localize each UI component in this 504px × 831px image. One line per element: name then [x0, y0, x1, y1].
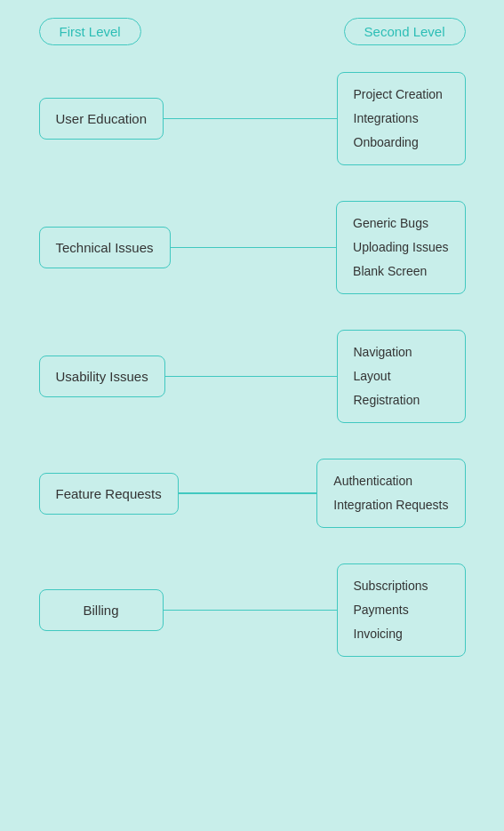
connector-billing [164, 610, 337, 611]
first-level-feature-requests: Feature Requests [39, 473, 179, 515]
header-row: First Level Second Level [21, 18, 484, 45]
second-level-item: Project Creation [354, 85, 449, 104]
second-level-usability-issues: NavigationLayoutRegistration [337, 330, 466, 423]
second-level-item: Authentication [333, 472, 448, 491]
second-level-item: Generic Bugs [353, 214, 448, 233]
second-level-item: Subscriptions [354, 577, 449, 595]
second-level-item: Integration Requests [333, 496, 448, 515]
first-level-usability-issues: Usability Issues [39, 356, 165, 397]
second-level-header: Second Level [344, 18, 466, 45]
connector-technical-issues [171, 247, 337, 249]
second-level-item: Blank Screen [353, 262, 448, 281]
diagram-container: First Level Second Level User EducationP… [21, 18, 484, 692]
tier-row-technical-issues: Technical IssuesGeneric BugsUploading Is… [21, 201, 484, 294]
second-level-item: Integrations [354, 109, 449, 128]
tier-row-usability-issues: Usability IssuesNavigationLayoutRegistra… [21, 330, 484, 423]
first-level-technical-issues: Technical Issues [39, 227, 171, 268]
connector-usability-issues [165, 376, 337, 378]
first-level-user-education: User Education [39, 98, 164, 140]
second-level-technical-issues: Generic BugsUploading IssuesBlank Screen [336, 201, 465, 294]
tier-row-feature-requests: Feature RequestsAuthenticationIntegratio… [21, 459, 484, 528]
second-level-item: Payments [354, 601, 449, 619]
connector-feature-requests [179, 492, 317, 494]
second-level-item: Onboarding [354, 133, 449, 152]
second-level-item: Layout [354, 367, 449, 386]
first-level-header: First Level [39, 18, 141, 45]
second-level-item: Invoicing [354, 625, 449, 643]
second-level-user-education: Project CreationIntegrationsOnboarding [337, 72, 466, 165]
second-level-item: Registration [354, 391, 449, 410]
tier-row-user-education: User EducationProject CreationIntegratio… [21, 72, 484, 165]
second-level-billing: SubscriptionsPaymentsInvoicing [337, 563, 466, 657]
second-level-item: Uploading Issues [353, 238, 448, 257]
first-level-billing: Billing [39, 589, 164, 631]
connector-user-education [164, 118, 336, 120]
second-level-item: Navigation [354, 343, 449, 362]
tier-row-billing: BillingSubscriptionsPaymentsInvoicing [21, 563, 484, 657]
second-level-feature-requests: AuthenticationIntegration Requests [316, 459, 465, 528]
